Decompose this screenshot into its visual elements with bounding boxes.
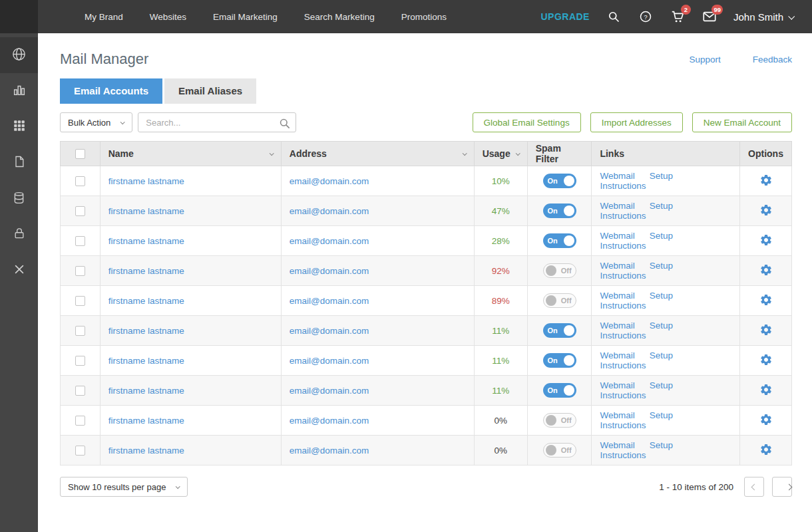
- row-checkbox[interactable]: [75, 206, 85, 216]
- sidebar-item-globe[interactable]: [0, 37, 38, 73]
- sort-chevron-icon[interactable]: [270, 151, 274, 156]
- global-email-settings-button[interactable]: Global Email Settings: [473, 112, 581, 132]
- search-icon[interactable]: [606, 9, 622, 25]
- account-name-link[interactable]: firstname lastname: [108, 266, 184, 276]
- row-checkbox[interactable]: [75, 236, 85, 246]
- table-row: firstname lastnameemail@domain.com92%Off…: [61, 256, 792, 286]
- row-checkbox[interactable]: [75, 266, 85, 276]
- webmail-link[interactable]: Webmail: [600, 321, 634, 331]
- user-menu[interactable]: John Smith: [733, 11, 793, 23]
- support-link[interactable]: Support: [689, 55, 720, 65]
- nav-search-marketing[interactable]: Search Marketing: [304, 12, 375, 22]
- webmail-link[interactable]: Webmail: [600, 171, 634, 181]
- row-checkbox[interactable]: [75, 446, 85, 456]
- row-checkbox[interactable]: [75, 176, 85, 186]
- spam-filter-toggle[interactable]: On: [543, 383, 576, 398]
- sort-chevron-icon[interactable]: [462, 151, 467, 156]
- webmail-link[interactable]: Webmail: [600, 440, 634, 450]
- webmail-link[interactable]: Webmail: [600, 261, 634, 271]
- account-name-link[interactable]: firstname lastname: [108, 356, 184, 366]
- gear-icon[interactable]: [759, 203, 773, 217]
- account-name-link[interactable]: firstname lastname: [108, 386, 184, 396]
- feedback-link[interactable]: Feedback: [753, 55, 792, 65]
- account-address-link[interactable]: email@domain.com: [290, 446, 369, 456]
- gear-icon[interactable]: [759, 353, 773, 366]
- nav-email-marketing[interactable]: Email Marketing: [213, 12, 278, 22]
- spam-filter-toggle[interactable]: On: [543, 174, 576, 188]
- webmail-link[interactable]: Webmail: [600, 231, 634, 241]
- lock-icon: [13, 227, 26, 243]
- account-address-link[interactable]: email@domain.com: [290, 386, 369, 396]
- usage-value: 0%: [494, 416, 507, 426]
- nav-my-brand[interactable]: My Brand: [85, 12, 123, 22]
- row-checkbox[interactable]: [75, 356, 85, 366]
- sidebar-item-stats[interactable]: [0, 73, 38, 109]
- account-address-link[interactable]: email@domain.com: [290, 326, 369, 336]
- gear-icon[interactable]: [759, 263, 773, 277]
- account-address-link[interactable]: email@domain.com: [290, 296, 369, 306]
- upgrade-link[interactable]: UPGRADE: [540, 11, 590, 22]
- row-checkbox[interactable]: [75, 296, 85, 306]
- previous-page-button[interactable]: [744, 477, 764, 497]
- account-name-link[interactable]: firstname lastname: [108, 296, 184, 306]
- gear-icon[interactable]: [759, 443, 773, 456]
- mail-icon[interactable]: 99: [702, 9, 717, 25]
- row-checkbox[interactable]: [75, 386, 85, 396]
- spam-filter-toggle[interactable]: On: [543, 353, 576, 368]
- account-address-link[interactable]: email@domain.com: [290, 176, 369, 186]
- webmail-link[interactable]: Webmail: [600, 350, 634, 360]
- account-name-link[interactable]: firstname lastname: [108, 236, 184, 246]
- account-name-link[interactable]: firstname lastname: [108, 416, 184, 426]
- next-page-button[interactable]: [772, 477, 792, 497]
- header-options: Options: [740, 142, 792, 166]
- account-name-link[interactable]: firstname lastname: [108, 326, 184, 336]
- bulk-action-select[interactable]: Bulk Action: [60, 112, 132, 132]
- spam-filter-toggle[interactable]: Off: [543, 413, 576, 428]
- account-address-link[interactable]: email@domain.com: [290, 356, 369, 366]
- search-icon[interactable]: [276, 115, 292, 131]
- nav-promotions[interactable]: Promotions: [401, 12, 447, 22]
- gear-icon[interactable]: [759, 323, 773, 336]
- webmail-link[interactable]: Webmail: [600, 291, 634, 301]
- spam-filter-toggle[interactable]: On: [543, 203, 576, 218]
- account-name-link[interactable]: firstname lastname: [108, 446, 184, 456]
- account-address-link[interactable]: email@domain.com: [290, 416, 369, 426]
- spam-filter-toggle[interactable]: On: [543, 233, 576, 248]
- gear-icon[interactable]: [759, 174, 773, 187]
- spam-filter-toggle[interactable]: Off: [543, 443, 576, 458]
- sidebar-item-security[interactable]: [0, 217, 38, 253]
- select-all-checkbox[interactable]: [75, 149, 85, 159]
- sidebar-item-database[interactable]: [0, 181, 38, 217]
- sidebar-item-apps[interactable]: [0, 109, 38, 145]
- sidebar-item-documents[interactable]: [0, 145, 38, 181]
- gear-icon[interactable]: [759, 383, 773, 396]
- logo-area[interactable]: [0, 0, 38, 33]
- account-address-link[interactable]: email@domain.com: [290, 266, 369, 276]
- spam-filter-toggle[interactable]: On: [543, 323, 576, 338]
- webmail-link[interactable]: Webmail: [600, 380, 634, 390]
- import-addresses-button[interactable]: Import Addresses: [590, 112, 683, 132]
- sort-chevron-icon[interactable]: [515, 151, 520, 156]
- per-page-select[interactable]: Show 10 results per page: [60, 477, 188, 497]
- new-email-account-button[interactable]: New Email Account: [692, 112, 792, 132]
- cart-icon[interactable]: 2: [670, 9, 686, 25]
- spam-filter-toggle[interactable]: Off: [543, 293, 576, 308]
- webmail-link[interactable]: Webmail: [600, 410, 634, 420]
- tab-email-aliases[interactable]: Email Aliases: [164, 78, 256, 104]
- spam-filter-toggle[interactable]: Off: [543, 263, 576, 278]
- help-icon[interactable]: ?: [638, 9, 654, 25]
- account-name-link[interactable]: firstname lastname: [108, 206, 184, 216]
- gear-icon[interactable]: [759, 233, 773, 247]
- gear-icon[interactable]: [759, 293, 773, 307]
- search-input[interactable]: [138, 112, 296, 132]
- sidebar-item-tools[interactable]: [0, 253, 38, 289]
- account-name-link[interactable]: firstname lastname: [108, 176, 184, 186]
- row-checkbox[interactable]: [75, 416, 85, 426]
- row-checkbox[interactable]: [75, 326, 85, 336]
- tab-email-accounts[interactable]: Email Accounts: [60, 78, 162, 104]
- account-address-link[interactable]: email@domain.com: [290, 206, 369, 216]
- webmail-link[interactable]: Webmail: [600, 201, 634, 211]
- account-address-link[interactable]: email@domain.com: [290, 236, 369, 246]
- gear-icon[interactable]: [759, 413, 773, 426]
- nav-websites[interactable]: Websites: [150, 12, 186, 22]
